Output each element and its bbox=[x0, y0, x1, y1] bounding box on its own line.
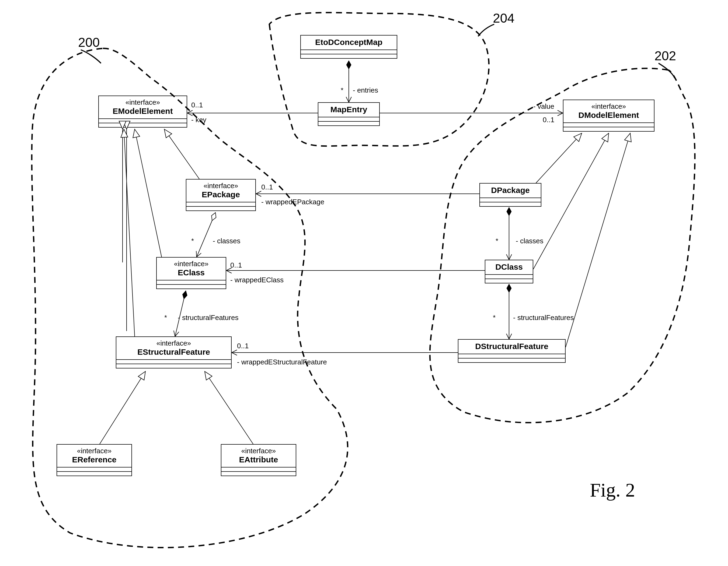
lbl-value-mult: 0..1 bbox=[543, 116, 554, 124]
svg-line-12 bbox=[205, 371, 253, 444]
svg-line-3 bbox=[164, 129, 199, 179]
lbl-wESF-mult: 0..1 bbox=[237, 342, 249, 350]
name-DSF: DStructuralFeature bbox=[462, 342, 561, 351]
svg-line-13 bbox=[536, 133, 582, 183]
figure-label: Fig. 2 bbox=[590, 479, 635, 501]
lbl-entries-star: * bbox=[341, 86, 343, 95]
lbl-d-sf-star: * bbox=[493, 313, 496, 322]
lbl-d-cls: - classes bbox=[516, 237, 544, 245]
region-label-202: 202 bbox=[654, 48, 676, 63]
box-MapEntry: MapEntry bbox=[318, 102, 380, 126]
box-EReference: «interface» EReference bbox=[57, 444, 132, 476]
region-label-200: 200 bbox=[78, 35, 100, 50]
box-EAttribute: «interface» EAttribute bbox=[221, 444, 296, 476]
name-EModelElement: EModelElement bbox=[103, 107, 183, 116]
lbl-wEClass: - wrappedEClass bbox=[230, 276, 284, 284]
name-ESF: EStructuralFeature bbox=[120, 347, 227, 356]
name-DClass: DClass bbox=[489, 263, 529, 272]
box-EStructuralFeature: «interface» EStructuralFeature bbox=[116, 336, 232, 368]
box-EModelElement: «interface» EModelElement bbox=[98, 96, 187, 128]
lbl-wEPkg: - wrappedEPackage bbox=[261, 198, 324, 206]
svg-line-14 bbox=[533, 133, 609, 269]
box-EClass: «interface» EClass bbox=[156, 257, 226, 289]
lbl-entries: - entries bbox=[353, 86, 378, 95]
lbl-key-mult: 0..1 bbox=[191, 101, 203, 109]
name-EClass: EClass bbox=[161, 268, 222, 277]
box-EtoDConceptMap: EtoDConceptMap bbox=[300, 35, 397, 59]
svg-line-9 bbox=[197, 213, 215, 257]
name-EPackage: EPackage bbox=[190, 190, 252, 199]
lbl-d-cls-star: * bbox=[496, 237, 498, 245]
diagram-canvas: 200 202 204 Fig. 2 «interface» EModelEle… bbox=[0, 0, 728, 566]
lbl-e-cls-star: * bbox=[191, 237, 194, 245]
region-label-204: 204 bbox=[493, 11, 514, 26]
box-EPackage: «interface» EPackage bbox=[186, 179, 256, 211]
stereo-EModelElement: «interface» bbox=[103, 98, 183, 107]
lbl-value: - value bbox=[533, 102, 554, 111]
svg-line-11 bbox=[100, 371, 145, 444]
svg-line-7 bbox=[135, 129, 162, 257]
lbl-wESF: - wrappedEStructuralFeature bbox=[237, 358, 327, 366]
box-DModelElement: «interface» DModelElement bbox=[563, 100, 654, 132]
name-EAttr: EAttribute bbox=[225, 455, 292, 464]
stereo-EClass: «interface» bbox=[161, 260, 222, 268]
name-ERef: EReference bbox=[61, 455, 128, 464]
svg-line-15 bbox=[566, 133, 630, 347]
stereo-EAttr: «interface» bbox=[225, 447, 292, 455]
box-DClass: DClass bbox=[485, 260, 533, 283]
stereo-ESF: «interface» bbox=[120, 339, 227, 347]
svg-line-8 bbox=[124, 129, 135, 336]
stereo-ERef: «interface» bbox=[61, 447, 128, 455]
name-MapEntry: MapEntry bbox=[322, 105, 375, 114]
box-DStructuralFeature: DStructuralFeature bbox=[458, 339, 566, 363]
name-DModel: DModelElement bbox=[567, 111, 650, 120]
lbl-e-sf-star: * bbox=[164, 313, 167, 322]
name-DPkg: DPackage bbox=[484, 186, 537, 195]
lbl-e-cls: - classes bbox=[213, 237, 241, 245]
stereo-DModel: «interface» bbox=[567, 102, 650, 111]
name-EtoD: EtoDConceptMap bbox=[305, 38, 393, 47]
lbl-e-sf: - structuralFeatures bbox=[178, 313, 238, 322]
lbl-d-sf: - structuralFeatures bbox=[513, 313, 574, 322]
svg-line-6 bbox=[123, 263, 156, 269]
lbl-wEClass-mult: 0..1 bbox=[230, 261, 242, 270]
lbl-wEPkg-mult: 0..1 bbox=[261, 183, 273, 191]
stereo-EPackage: «interface» bbox=[190, 182, 252, 190]
lbl-key: - key bbox=[191, 116, 206, 124]
box-DPackage: DPackage bbox=[479, 183, 541, 207]
